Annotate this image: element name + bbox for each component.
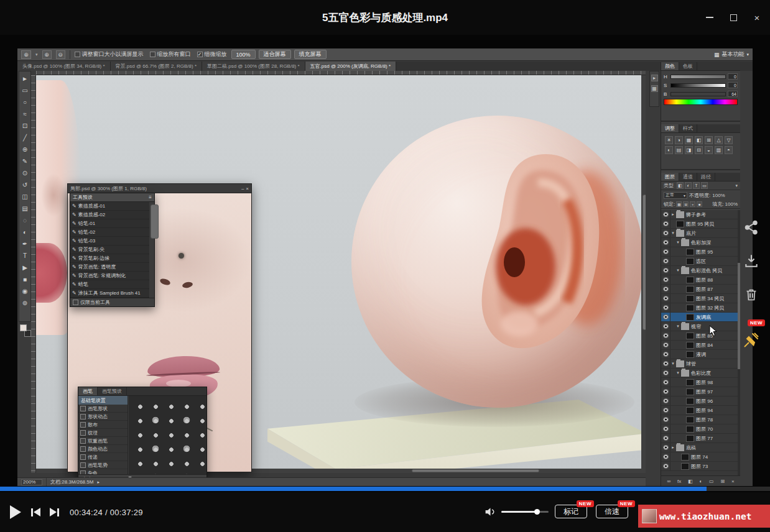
layers-tab[interactable]: 路径 [697,173,715,181]
video-frame[interactable]: ⊕ ▾ ⊕ ⊖ ✓ 调整窗口大小以满屏显示 ✓ 缩放所有窗口 [0,35,770,492]
share-button[interactable] [743,219,760,236]
group-caret-icon[interactable]: ▸ [670,445,675,450]
adjustment-icon[interactable]: ◨ [685,146,693,154]
layers-action-icon[interactable]: ▭ [709,479,714,484]
visibility-toggle[interactable] [661,275,670,285]
layer-name[interactable]: 液调 [696,351,706,358]
visibility-toggle[interactable] [661,369,670,378]
layers-action-icon[interactable]: ⊞ [720,479,725,484]
scrollbar-thumb[interactable] [642,195,646,330]
brush-tab[interactable]: 画笔预设 [98,387,127,395]
close-button[interactable]: × [749,9,765,25]
layer-row[interactable]: ▾ 底片 [661,229,740,238]
tool-button[interactable]: ◌ [19,214,30,226]
visibility-toggle[interactable] [661,406,670,415]
tool-button[interactable]: ◫ [19,191,30,203]
document-tab[interactable]: 五官.psd @ 200% (灰调底, RGB/8) * [305,62,397,71]
preset-row[interactable]: ✎ 铅笔-02 [70,228,149,237]
lock-icon[interactable]: ▦ [676,201,682,207]
adjustment-icon[interactable]: ▽ [725,136,733,144]
tool-button[interactable]: ⊕ [19,144,30,155]
group-caret-icon[interactable]: ▾ [675,370,680,375]
opacity-value[interactable]: 100% [712,193,725,198]
foreground-color-swatch[interactable] [20,324,27,331]
preset-row[interactable]: ✎ 蜡笔 [70,280,149,289]
zoom-preset-button[interactable]: 适合屏幕 [259,50,291,59]
tool-button[interactable]: ⊡ [19,120,30,132]
floating-doc-titlebar[interactable]: 局部.psd @ 300% (图层 1, RGB/8) – × [68,184,251,193]
layer-row[interactable]: 选区 [661,257,740,266]
adjustment-icon[interactable]: ◓ [725,146,733,154]
zoom-out-toggle[interactable]: ⊖ [56,50,65,59]
volume-button[interactable] [484,505,497,521]
layer-row[interactable]: 图层 32 拷贝 [661,303,740,313]
tool-button[interactable]: ✎ [19,155,30,167]
document-tab[interactable]: 背景.psd @ 66.7% (图层 2, RGB/8) * [111,62,202,71]
layer-row[interactable]: ▾ 球管 [661,359,740,369]
adjustment-icon[interactable]: ◐ [665,146,673,154]
brush-option-row[interactable]: ✓ 画笔形状 [78,405,128,413]
minimize-button[interactable] [702,9,718,25]
slider-track[interactable] [670,92,726,96]
layer-name[interactable]: 色彩加深 [691,239,711,246]
layer-name[interactable]: 图层 95 拷贝 [686,221,714,227]
layer-name[interactable]: 图层 32 拷贝 [696,305,724,311]
visibility-toggle[interactable] [661,210,670,219]
visibility-toggle[interactable] [661,350,670,359]
visibility-toggle[interactable] [661,229,670,238]
visibility-toggle[interactable] [661,257,670,266]
color-tab[interactable]: 颜色 [661,62,679,70]
status-caret-icon[interactable]: ▸ [97,480,100,485]
layer-name[interactable]: 图层 97 [696,388,713,395]
tool-button[interactable]: ▭ [19,85,30,96]
panel-menu-icon[interactable]: ≡ [149,195,152,200]
layer-row[interactable]: 液调 [661,350,740,359]
brush-option-row[interactable]: ✓ 颜色动态 [78,445,128,453]
canvas-vertical-scrollbar[interactable] [641,75,646,473]
layer-name[interactable]: 图层 70 [696,426,713,433]
maximize-button[interactable] [725,9,741,25]
preset-row[interactable]: ✎ 素描质感-01 [70,202,149,211]
layer-row[interactable]: 图层 87 [661,285,740,294]
layer-row[interactable]: ▾ 视帘 [661,322,740,331]
doc-close-icon[interactable]: × [246,186,249,191]
next-button[interactable] [50,508,59,516]
tool-button[interactable]: ▤ [19,203,30,214]
lock-icon[interactable]: + [690,201,695,207]
brush-option-row[interactable]: ✓ 纹理 [78,429,128,437]
color-tab[interactable]: 色板 [679,62,697,70]
visibility-toggle[interactable] [661,397,670,406]
layer-row[interactable]: 图层 73 [661,462,740,471]
adjustment-icon[interactable]: ▥ [715,146,723,154]
pin-button[interactable] [743,331,760,349]
tool-button[interactable]: ⊙ [19,167,30,179]
fill-value[interactable]: 100% [725,201,738,207]
layer-name[interactable]: 底片 [686,230,696,237]
brush-settings-header[interactable]: 基础笔设置 [78,396,128,405]
layer-row[interactable]: 图层 95 拷贝 [661,219,740,229]
delete-button[interactable] [743,286,760,303]
download-button[interactable] [743,252,760,270]
layer-name[interactable]: 图层 34 拷贝 [696,295,724,302]
layer-name[interactable]: 图层 77 [696,435,713,442]
layer-row[interactable]: 图层 94 [661,406,740,415]
tool-button[interactable]: ▶ [19,262,30,273]
layer-row[interactable]: ▾ 色彩混色 拷贝 [661,266,740,275]
layer-name[interactable]: 图层 78 [696,416,713,423]
zoom-preset-button[interactable]: 填充屏幕 [294,50,327,59]
adjustment-icon[interactable]: ☀ [665,136,673,144]
brush-option-row[interactable]: ✓ 散布 [78,421,128,429]
history-panel-icon[interactable]: ▸ [651,75,658,81]
tool-button[interactable]: ≈ [19,108,30,120]
scrollbar-thumb[interactable] [151,204,159,239]
visibility-toggle[interactable] [661,341,670,350]
video-progress-bar[interactable] [0,487,770,491]
layer-name[interactable]: 选区 [696,258,706,265]
visibility-toggle[interactable] [661,322,670,331]
filter-icon[interactable]: ▭ [701,182,708,189]
layer-row[interactable]: 图层 78 [661,415,740,424]
preset-row[interactable]: ✎ 背景画笔: 透明度 [70,263,149,272]
brush-option-row[interactable]: ✓ 画笔笔势 [78,461,128,469]
preset-row[interactable]: ✎ 背景笔刷-边缘 [70,254,149,263]
visibility-toggle[interactable] [661,462,670,471]
